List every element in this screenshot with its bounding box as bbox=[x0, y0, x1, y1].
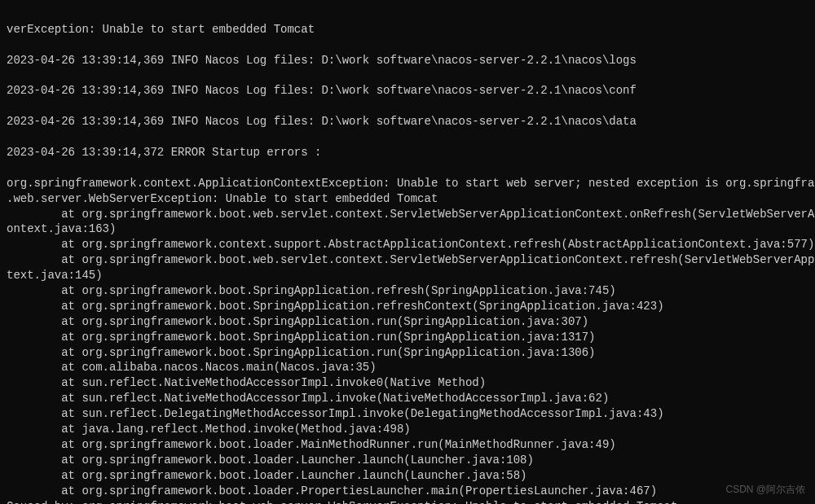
terminal-line: at org.springframework.boot.web.servlet.… bbox=[7, 207, 808, 222]
terminal-line: at sun.reflect.DelegatingMethodAccessorI… bbox=[7, 406, 808, 422]
terminal-line: 2023-04-26 13:39:14,372 ERROR Startup er… bbox=[7, 145, 808, 160]
terminal-line: at org.springframework.boot.SpringApplic… bbox=[7, 314, 808, 330]
terminal-line: at java.lang.reflect.Method.invoke(Metho… bbox=[7, 422, 808, 437]
terminal-line: text.java:145) bbox=[7, 268, 808, 283]
window-tab-area bbox=[0, 0, 815, 3]
terminal-line: ontext.java:163) bbox=[7, 221, 808, 237]
terminal-line: 2023-04-26 13:39:14,369 INFO Nacos Log f… bbox=[7, 114, 808, 129]
terminal-line: at org.springframework.boot.loader.Prope… bbox=[7, 484, 808, 499]
terminal-line bbox=[7, 160, 808, 176]
terminal-line bbox=[7, 68, 808, 84]
terminal-line bbox=[7, 129, 808, 145]
terminal-output[interactable]: verException: Unable to start embedded T… bbox=[7, 7, 808, 504]
terminal-line: at org.springframework.boot.SpringApplic… bbox=[7, 299, 808, 314]
terminal-line bbox=[7, 99, 808, 114]
terminal-line: at sun.reflect.NativeMethodAccessorImpl.… bbox=[7, 391, 808, 406]
terminal-line: at org.springframework.boot.SpringApplic… bbox=[7, 345, 808, 361]
terminal-line: verException: Unable to start embedded T… bbox=[7, 22, 808, 37]
terminal-line: at org.springframework.boot.loader.Launc… bbox=[7, 453, 808, 468]
terminal-line: at org.springframework.boot.SpringApplic… bbox=[7, 283, 808, 299]
terminal-line: at org.springframework.boot.loader.MainM… bbox=[7, 437, 808, 453]
terminal-line: org.springframework.context.ApplicationC… bbox=[7, 176, 808, 191]
terminal-line: Caused by: org.springframework.boot.web.… bbox=[7, 499, 808, 505]
terminal-line: 2023-04-26 13:39:14,369 INFO Nacos Log f… bbox=[7, 83, 808, 99]
terminal-line: 2023-04-26 13:39:14,369 INFO Nacos Log f… bbox=[7, 53, 808, 68]
terminal-line: at com.alibaba.nacos.Nacos.main(Nacos.ja… bbox=[7, 360, 808, 375]
terminal-line: .web.server.WebServerException: Unable t… bbox=[7, 191, 808, 207]
terminal-line: at org.springframework.boot.web.servlet.… bbox=[7, 252, 808, 268]
terminal-line bbox=[7, 37, 808, 53]
csdn-watermark: CSDN @阿尔吉侬 bbox=[725, 483, 805, 496]
terminal-line: at org.springframework.boot.SpringApplic… bbox=[7, 330, 808, 345]
terminal-line: at sun.reflect.NativeMethodAccessorImpl.… bbox=[7, 375, 808, 391]
terminal-line: at org.springframework.boot.loader.Launc… bbox=[7, 468, 808, 484]
terminal-line: at org.springframework.context.support.A… bbox=[7, 237, 808, 252]
